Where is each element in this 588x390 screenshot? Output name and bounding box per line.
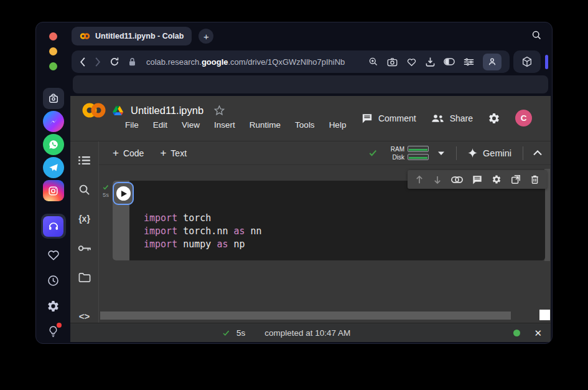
copy-link-icon[interactable] xyxy=(451,176,463,183)
minimize-window-button[interactable] xyxy=(49,47,57,55)
disk-usage-bar xyxy=(408,154,429,160)
back-icon[interactable] xyxy=(80,57,86,67)
add-code-button[interactable]: + Code xyxy=(113,147,144,159)
url-text[interactable]: colab.research.google.com/drive/1QxGWzNl… xyxy=(146,57,360,67)
tab-title: Untitled11.ipynb - Colab xyxy=(95,32,184,40)
settings-gear-icon[interactable] xyxy=(46,298,61,313)
history-clock-icon[interactable] xyxy=(46,273,61,288)
app-store-icon[interactable] xyxy=(43,88,64,109)
status-message: completed at 10:47 AM xyxy=(264,328,350,338)
code-lines: import torchimport torch.nn as nnimport … xyxy=(144,212,318,260)
runtime-status-dot xyxy=(513,330,520,336)
account-avatar[interactable]: C xyxy=(515,110,532,126)
status-bar: 5s completed at 10:47 AM ✕ xyxy=(70,323,551,342)
bookmarks-bar[interactable] xyxy=(73,75,548,93)
disk-label: Disk xyxy=(388,154,404,161)
close-status-icon[interactable]: ✕ xyxy=(534,328,542,338)
address-bar[interactable]: colab.research.google.com/drive/1QxGWzNl… xyxy=(72,50,510,73)
notebook-left-rail: {x} <> xyxy=(70,141,99,323)
code-cell[interactable]: import torchimport torch.nn as nnimport … xyxy=(113,181,545,260)
connected-check-icon xyxy=(368,148,378,158)
colab-logo xyxy=(82,102,106,118)
search-icon[interactable] xyxy=(531,30,542,43)
menu-help[interactable]: Help xyxy=(329,120,347,130)
move-cell-up-icon[interactable] xyxy=(415,175,424,184)
table-of-contents-icon[interactable] xyxy=(77,152,93,168)
ram-usage-bar xyxy=(408,146,429,152)
variables-icon[interactable]: {x} xyxy=(77,211,93,227)
desktop: ••• Untitled11.ipynb - Colab + xyxy=(0,0,588,390)
status-exec-time: 5s xyxy=(236,328,245,338)
menu-view[interactable]: View xyxy=(182,120,200,130)
code-editor[interactable]: import torchimport torch.nn as nnimport … xyxy=(129,181,318,260)
notification-dot xyxy=(57,323,62,328)
share-button[interactable]: Share xyxy=(431,113,473,123)
reload-icon[interactable] xyxy=(110,57,119,67)
header-actions: Comment Share xyxy=(362,110,532,126)
runtime-dropdown-icon[interactable] xyxy=(437,151,445,156)
code-snippets-icon[interactable]: <> xyxy=(79,311,90,321)
notebook-main: + Code + Text xyxy=(99,141,551,323)
menu-file[interactable]: File xyxy=(125,120,139,130)
notebook-content: 5s xyxy=(99,165,551,323)
new-tab-button[interactable]: + xyxy=(198,29,213,44)
menu-tools[interactable]: Tools xyxy=(295,120,315,130)
close-window-button[interactable] xyxy=(49,32,57,40)
tab-bar: Untitled11.ipynb - Colab + xyxy=(70,22,552,50)
add-text-button[interactable]: + Text xyxy=(160,147,187,159)
cell-toolbar xyxy=(408,170,547,189)
star-icon[interactable] xyxy=(213,105,225,117)
whatsapp-icon[interactable] xyxy=(43,134,64,155)
play-icon xyxy=(121,191,127,197)
open-in-tab-icon[interactable] xyxy=(511,174,521,184)
zoom-window-button[interactable] xyxy=(49,62,57,70)
add-comment-icon[interactable] xyxy=(472,175,482,184)
menu-insert[interactable]: Insert xyxy=(214,120,235,130)
settings-gear-icon[interactable] xyxy=(488,112,500,125)
move-cell-down-icon[interactable] xyxy=(433,175,442,184)
notebook-title[interactable]: Untitled11.ipynb xyxy=(131,105,203,117)
gemini-button[interactable]: Gemini xyxy=(468,148,511,158)
browser-window: ••• Untitled11.ipynb - Colab + xyxy=(35,22,553,344)
cell-gutter xyxy=(113,181,129,260)
profile-icon[interactable] xyxy=(483,54,502,70)
cell-settings-gear-icon[interactable] xyxy=(492,174,502,184)
screenshot-camera-icon[interactable] xyxy=(387,57,398,67)
preferences-sliders-icon[interactable] xyxy=(464,58,474,66)
menu-edit[interactable]: Edit xyxy=(153,120,167,130)
resource-monitor[interactable]: RAM Disk xyxy=(388,146,429,161)
run-cell-button[interactable] xyxy=(116,186,131,201)
delete-cell-trash-icon[interactable] xyxy=(530,174,539,184)
menu-runtime[interactable]: Runtime xyxy=(250,120,281,130)
comment-button[interactable]: Comment xyxy=(362,113,416,123)
colab-logo-icon xyxy=(80,32,90,40)
favorites-heart-icon[interactable] xyxy=(46,247,61,262)
ram-label: RAM xyxy=(388,146,404,153)
messenger-icon[interactable] xyxy=(43,111,64,132)
files-folder-icon[interactable] xyxy=(77,269,93,285)
executed-check-icon xyxy=(100,184,111,191)
gemini-spark-icon xyxy=(468,148,477,158)
lock-icon xyxy=(128,57,136,67)
toolbar-divider xyxy=(523,146,523,160)
status-message-group: 5s completed at 10:47 AM xyxy=(222,328,350,338)
extensions-cube-icon[interactable] xyxy=(513,50,541,73)
colab-body: {x} <> xyxy=(70,141,551,323)
ideas-lightbulb-icon[interactable] xyxy=(46,324,61,339)
forward-icon[interactable] xyxy=(95,57,101,67)
collapse-chevron-icon[interactable] xyxy=(533,150,542,156)
browser-tab[interactable]: Untitled11.ipynb - Colab xyxy=(72,27,192,45)
telegram-icon[interactable] xyxy=(43,157,64,178)
zoom-page-icon[interactable] xyxy=(368,57,378,67)
find-replace-icon[interactable] xyxy=(77,181,93,197)
secrets-key-icon[interactable] xyxy=(77,240,93,256)
favorite-heart-icon[interactable] xyxy=(406,57,417,67)
download-icon[interactable] xyxy=(426,57,435,67)
horizontal-scrollbar-thumb[interactable] xyxy=(100,312,511,320)
google-drive-icon xyxy=(113,106,123,115)
reader-mode-icon[interactable] xyxy=(444,58,455,65)
execution-badge: 5s xyxy=(100,184,111,198)
browser-main: Untitled11.ipynb - Colab + xyxy=(70,22,552,343)
music-player-icon[interactable] xyxy=(43,216,63,237)
instagram-icon[interactable] xyxy=(43,180,64,201)
